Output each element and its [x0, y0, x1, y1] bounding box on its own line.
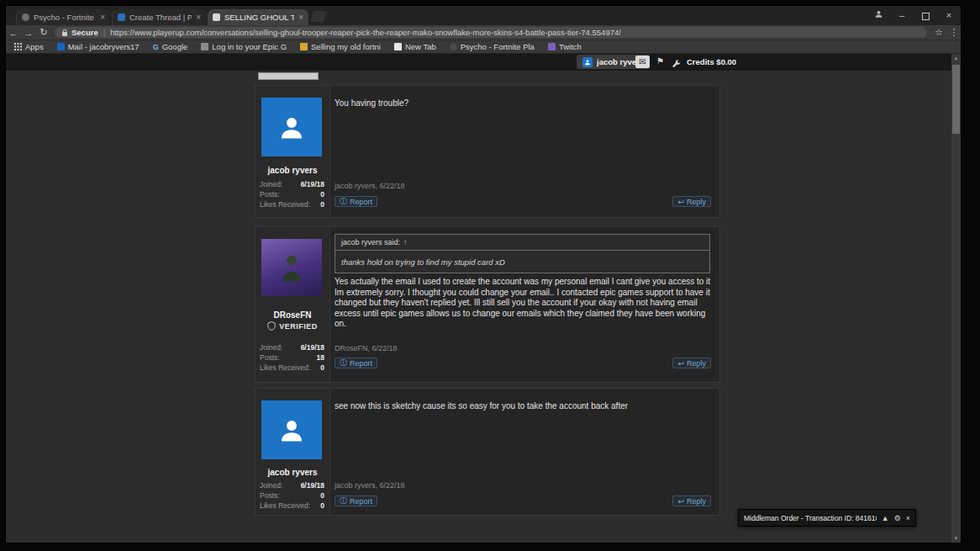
- bookmark-psycho[interactable]: Psycho - Fortnite Pla: [450, 42, 535, 51]
- back-button[interactable]: ←: [6, 28, 21, 38]
- scrollbar-thumb[interactable]: [952, 65, 960, 134]
- quote-jump-icon[interactable]: ↑: [403, 238, 408, 246]
- tab-close-icon[interactable]: ×: [100, 13, 105, 22]
- post-meta[interactable]: DRoseFN, 6/22/18: [335, 344, 398, 352]
- bookmark-google[interactable]: G Google: [153, 42, 188, 51]
- google-favicon: G: [153, 43, 159, 51]
- post-message: Yes actually the email I used to create …: [335, 277, 717, 330]
- bookmark-mail[interactable]: Mail - jacobryvers17: [57, 42, 140, 51]
- tools-button[interactable]: [672, 57, 681, 72]
- post-message: You having trouble?: [335, 98, 714, 109]
- report-button[interactable]: ⓘReport: [335, 495, 377, 506]
- tab-title: SELLING GHOUL TROOP: [224, 13, 294, 22]
- stat-likes: Likes Received:0: [260, 501, 324, 510]
- newtab-favicon: [394, 43, 402, 50]
- address-divider: |: [103, 28, 105, 37]
- avatar[interactable]: [261, 98, 322, 156]
- flag-icon: ⚑: [656, 56, 664, 66]
- expand-icon[interactable]: ▲: [882, 514, 889, 522]
- alerts-button[interactable]: ⚑: [656, 56, 664, 66]
- credits-label[interactable]: Credits $0.00: [687, 57, 736, 66]
- avatar[interactable]: [261, 239, 322, 296]
- bookmark-label: Psycho - Fortnite Pla: [461, 42, 535, 51]
- post-author[interactable]: DRoseFN: [256, 310, 329, 320]
- post-author[interactable]: jacob ryvers: [256, 166, 329, 175]
- tab-favicon: [22, 13, 29, 21]
- quote-text: thanks hold on trying to find my stupid …: [335, 251, 709, 273]
- tab-favicon: [118, 13, 125, 21]
- reply-icon: ↩: [677, 497, 684, 506]
- bookmark-label: Google: [162, 42, 188, 51]
- apps-shortcut[interactable]: Apps: [14, 42, 44, 51]
- bookmark-epic[interactable]: Log in to your Epic G: [201, 42, 287, 51]
- browser-tab-2[interactable]: Create Thread | PlayerUp ×: [112, 9, 206, 25]
- refresh-button[interactable]: ↻: [36, 27, 51, 38]
- site-nav-bar: jacob ryvers ✉ ⚑ Credits $0.00: [6, 54, 961, 71]
- lock-icon: [61, 29, 68, 37]
- post-author[interactable]: jacob ryvers: [256, 468, 329, 477]
- address-bar[interactable]: Secure | https://www.playerup.com/conver…: [55, 27, 927, 38]
- window-controls: – ×: [867, 6, 961, 25]
- close-icon[interactable]: ×: [906, 514, 910, 522]
- inbox-button[interactable]: ✉: [635, 56, 650, 68]
- bookmark-twitch[interactable]: Twitch: [548, 42, 582, 51]
- maximize-icon: [922, 13, 930, 20]
- bookmark-label: Log in to your Epic G: [212, 42, 287, 51]
- middleman-order-bar[interactable]: Middleman Order - Transaction ID: 841616…: [738, 509, 916, 527]
- apps-grid-icon: [14, 43, 22, 50]
- post-3: jacob ryvers Joined:6/19/18 Posts:0 Like…: [255, 388, 720, 516]
- middleman-label: Middleman Order - Transaction ID: 841616…: [744, 514, 877, 522]
- selling-favicon: [300, 43, 308, 50]
- post-2: DRoseFN VERIFIED Joined:6/19/18 Posts:18…: [255, 226, 720, 383]
- bookmark-label: Mail - jacobryvers17: [68, 42, 140, 51]
- bookmark-selling[interactable]: Selling my old fortni: [300, 42, 381, 51]
- post-meta[interactable]: jacob ryvers, 6/22/18: [335, 182, 405, 190]
- tab-close-icon[interactable]: ×: [196, 13, 201, 22]
- stat-joined: Joined:6/19/18: [260, 180, 324, 188]
- psycho-favicon: [450, 43, 457, 50]
- post-1: jacob ryvers Joined:6/19/18 Posts:0 Like…: [255, 85, 720, 218]
- bookmarks-bar: Apps Mail - jacobryvers17 G Google Log i…: [6, 40, 961, 54]
- reply-button[interactable]: ↩Reply: [672, 358, 711, 368]
- wrench-icon: [672, 60, 681, 69]
- avatar[interactable]: [261, 400, 322, 459]
- info-icon: ⓘ: [340, 358, 347, 368]
- twitch-favicon: [548, 43, 556, 50]
- browser-tab-active[interactable]: SELLING GHOUL TROOP ×: [208, 9, 308, 25]
- maximize-button[interactable]: [914, 6, 937, 25]
- report-button[interactable]: ⓘReport: [335, 358, 377, 368]
- scroll-down-icon[interactable]: ▼: [951, 536, 961, 541]
- url-text: https://www.playerup.com/conversations/s…: [110, 28, 621, 37]
- tab-close-icon[interactable]: ×: [298, 13, 303, 22]
- browser-tab-1[interactable]: Psycho - Fortnite Player S ×: [16, 9, 110, 25]
- forward-button[interactable]: →: [21, 28, 36, 38]
- browser-window: Psycho - Fortnite Player S × Create Thre…: [6, 6, 961, 543]
- reply-button[interactable]: ↩Reply: [672, 495, 711, 506]
- scroll-up-icon[interactable]: ▲: [951, 56, 961, 61]
- post-message: see now this is sketchy cause its so eas…: [335, 401, 714, 412]
- stat-joined: Joined:6/19/18: [260, 481, 324, 490]
- gear-icon[interactable]: ⚙: [894, 514, 901, 522]
- browser-menu-icon[interactable]: ⋮: [947, 27, 961, 38]
- mail-favicon: [57, 43, 65, 50]
- stat-posts: Posts:0: [260, 491, 324, 500]
- reply-button[interactable]: ↩Reply: [672, 196, 711, 207]
- epic-favicon: [201, 43, 208, 50]
- info-icon: ⓘ: [340, 495, 347, 506]
- shield-icon: [267, 321, 276, 331]
- page-scrollbar[interactable]: ▲ ▼: [951, 54, 961, 543]
- tab-favicon: [213, 13, 220, 21]
- new-tab-button[interactable]: [310, 11, 327, 22]
- bookmark-newtab[interactable]: New Tab: [394, 42, 436, 51]
- bookmark-star-icon[interactable]: ☆: [930, 27, 947, 38]
- post-meta[interactable]: jacob ryvers, 6/22/18: [335, 481, 405, 490]
- close-button[interactable]: ×: [937, 6, 961, 25]
- minimize-button[interactable]: –: [890, 6, 914, 25]
- profile-icon[interactable]: [867, 6, 890, 25]
- stat-likes: Likes Received:0: [260, 200, 324, 209]
- quote-attribution[interactable]: jacob ryvers said:↑: [335, 235, 709, 251]
- page-viewport: jacob ryvers ✉ ⚑ Credits $0.00 jacob ryv…: [6, 54, 961, 543]
- report-button[interactable]: ⓘReport: [335, 196, 377, 207]
- bookmark-label: Apps: [25, 42, 44, 51]
- browser-toolbar: ← → ↻ Secure | https://www.playerup.com/…: [6, 25, 961, 40]
